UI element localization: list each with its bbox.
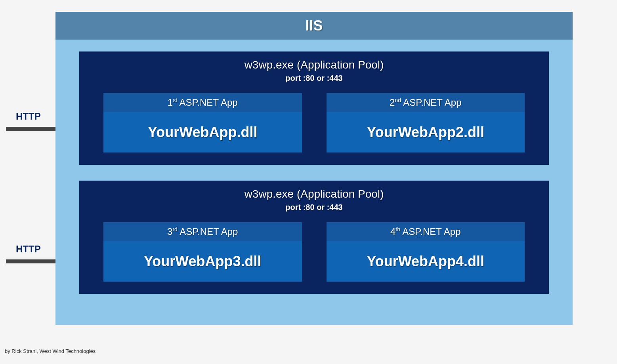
app-box: 3rd ASP.NET App YourWebApp3.dll [103, 222, 302, 282]
app-box: 2nd ASP.NET App YourWebApp2.dll [326, 93, 525, 153]
app-dll: YourWebApp.dll [103, 112, 302, 152]
apps-row: 1st ASP.NET App YourWebApp.dll 2nd ASP.N… [103, 93, 525, 153]
iis-title: IIS [55, 12, 573, 40]
app-dll: YourWebApp2.dll [327, 112, 525, 152]
app-header: 4th ASP.NET App [327, 222, 525, 241]
http-label-1: HTTP [16, 111, 41, 122]
apps-row: 3rd ASP.NET App YourWebApp3.dll 4th ASP.… [103, 222, 525, 282]
app-box: 1st ASP.NET App YourWebApp.dll [103, 93, 302, 153]
app-pool-1: w3wp.exe (Application Pool) port :80 or … [79, 51, 549, 165]
app-header: 1st ASP.NET App [103, 93, 302, 112]
app-header: 2nd ASP.NET App [327, 93, 525, 112]
pool-port: port :80 or :443 [103, 74, 525, 83]
app-header: 3rd ASP.NET App [103, 222, 302, 241]
pool-title: w3wp.exe (Application Pool) [103, 188, 525, 200]
pool-port: port :80 or :443 [103, 203, 525, 212]
app-pool-2: w3wp.exe (Application Pool) port :80 or … [79, 181, 549, 294]
http-label-2: HTTP [16, 244, 41, 255]
app-dll: YourWebApp3.dll [103, 241, 302, 282]
pools-wrapper: w3wp.exe (Application Pool) port :80 or … [55, 40, 573, 306]
app-box: 4th ASP.NET App YourWebApp4.dll [326, 222, 525, 282]
app-dll: YourWebApp4.dll [327, 241, 525, 282]
pool-title: w3wp.exe (Application Pool) [103, 59, 525, 71]
iis-container: IIS w3wp.exe (Application Pool) port :80… [55, 12, 573, 325]
credit-text: by Rick Strahl, West Wind Technologies [5, 348, 96, 354]
